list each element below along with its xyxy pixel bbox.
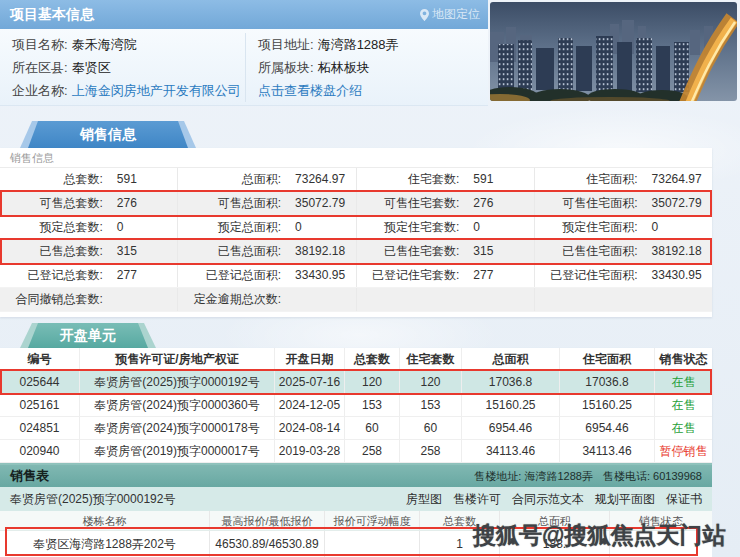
sales-info-cell: 总套数:591: [0, 168, 178, 191]
cell: 024851: [0, 417, 80, 439]
cell: [325, 531, 420, 557]
cell: 025644: [0, 371, 80, 393]
opening-unit-row[interactable]: 025161奉贤房管(2024)预字0000360号2024-12-051531…: [0, 394, 712, 417]
sales-info-cell: 可售住宅套数:276: [357, 192, 535, 215]
field-label: 可售住宅面积:: [535, 192, 638, 215]
cell: 6954.46: [462, 417, 560, 439]
project-info-left-column: 项目名称:泰禾海湾院 所在区县:奉贤区 企业名称:上海金闵房地产开发有限公司: [0, 33, 244, 102]
field-value: 277: [103, 264, 177, 287]
sales-table-links: 房型图售楼许可合同示范文本规划平面图保证书: [406, 487, 702, 511]
sales-info-panel: 销售信息 总套数:591总面积:73264.97住宅套数:591住宅面积:732…: [0, 148, 712, 317]
intro-link[interactable]: 点击查看楼盘介绍: [258, 83, 362, 98]
cell: 2024-08-14: [275, 417, 345, 439]
field-label: 预定总套数:: [0, 216, 103, 239]
opening-units-header: 编号预售许可证/房地产权证开盘日期总套数住宅套数总面积住宅面积销售状态: [0, 348, 712, 371]
field-value: 315: [103, 240, 177, 263]
doc-link[interactable]: 合同示范文本: [512, 487, 584, 511]
cell: 025161: [0, 394, 80, 416]
permit-number: 奉贤房管(2025)预字0000192号: [10, 487, 175, 511]
project-block-label: 所属板块:: [258, 60, 314, 75]
field-label: 已登记住宅面积:: [535, 264, 638, 287]
cell: 奉贤房管(2025)预字0000192号: [80, 371, 275, 393]
field-value: 0: [459, 216, 533, 239]
sales-info-cell: [357, 288, 535, 311]
opening-unit-row[interactable]: 025644奉贤房管(2025)预字0000192号2025-07-161201…: [0, 371, 712, 394]
column-header: 住宅面积: [560, 348, 655, 370]
column-header: 最高报价/最低报价: [210, 511, 325, 530]
field-label: 已登记总面积:: [178, 264, 281, 287]
sales-table-header-bar: 销售表 售楼地址: 海湾路1288弄 售楼电话: 60139968: [0, 463, 712, 487]
field-value: 35072.79: [281, 192, 355, 215]
sales-info-row: 可售总套数:276可售总面积:35072.79可售住宅套数:276可售住宅面积:…: [0, 192, 712, 216]
field-label: 已售总面积:: [178, 240, 281, 263]
field-label: 已售总套数:: [0, 240, 103, 263]
sales-info-cell: 预定总面积:0: [178, 216, 356, 239]
project-name-value: 泰禾海湾院: [72, 37, 137, 52]
project-name-row: 项目名称:泰禾海湾院: [0, 33, 244, 56]
field-label: 可售总面积:: [178, 192, 281, 215]
cell: 34113.46: [560, 440, 655, 462]
field-value: 73264.97: [281, 168, 355, 191]
column-header: 销售状态: [655, 348, 712, 370]
sales-info-cell: 合同撤销总套数:: [0, 288, 178, 311]
field-value: 35072.79: [638, 192, 712, 215]
cell: 6954.46: [560, 417, 655, 439]
project-block-value: 柘林板块: [318, 60, 370, 75]
field-value: 277: [459, 264, 533, 287]
sales-info-row: 已登记总套数:277已登记总面积:33430.95已登记住宅套数:277已登记住…: [0, 264, 712, 288]
sales-info-cell: 可售住宅面积:35072.79: [535, 192, 712, 215]
doc-link[interactable]: 售楼许可: [453, 487, 501, 511]
cell: 15160.25: [560, 394, 655, 416]
field-label: 可售住宅套数:: [357, 192, 460, 215]
company-link[interactable]: 上海金闵房地产开发有限公司: [72, 83, 241, 98]
opening-unit-row[interactable]: 020940奉贤房管(2019)预字0000017号2019-03-282582…: [0, 440, 712, 463]
field-value: 276: [459, 192, 533, 215]
doc-link[interactable]: 规划平面图: [595, 487, 655, 511]
cell: 153: [345, 394, 400, 416]
column-header: 总套数: [345, 348, 400, 370]
field-label: 定金逾期总次数:: [178, 288, 281, 311]
page-title: 项目基本信息: [10, 0, 94, 29]
sales-table-permit-row: 奉贤房管(2025)预字0000192号 房型图售楼许可合同示范文本规划平面图保…: [0, 487, 712, 511]
opening-unit-row[interactable]: 024851奉贤房管(2024)预字0000178号2024-08-146060…: [0, 417, 712, 440]
sales-info-cell: 预定住宅面积:0: [535, 216, 712, 239]
field-label: [535, 288, 638, 311]
sales-info-row: 已售总套数:315已售总面积:38192.18已售住宅套数:315已售住宅面积:…: [0, 240, 712, 264]
tab-opening-units: 开盘单元: [28, 323, 148, 348]
sales-info-subheader: 销售信息: [0, 148, 712, 168]
sales-info-row: 预定总套数:0预定总面积:0预定住宅套数:0预定住宅面积:0: [0, 216, 712, 240]
opening-units-rows: 025644奉贤房管(2025)预字0000192号2025-07-161201…: [0, 371, 712, 463]
map-locate-link[interactable]: 地图定位: [420, 0, 480, 29]
project-block-row: 所属板块:柘林板块: [246, 56, 487, 79]
field-value: 315: [459, 240, 533, 263]
project-header-bar: 项目基本信息 地图定位: [0, 0, 488, 29]
cell: 34113.46: [462, 440, 560, 462]
sales-info-cell: 预定住宅套数:0: [357, 216, 535, 239]
sales-info-row: 总套数:591总面积:73264.97住宅套数:591住宅面积:73264.97: [0, 168, 712, 192]
sales-info-cell: 可售总套数:276: [0, 192, 178, 215]
cell: 奉贤区海湾路1288弄202号: [0, 531, 210, 557]
sales-info-cell: 住宅面积:73264.97: [535, 168, 712, 191]
field-value: 33430.95: [638, 264, 712, 287]
doc-link[interactable]: 房型图: [406, 487, 442, 511]
field-value: 276: [103, 192, 177, 215]
project-district-label: 所在区县:: [12, 60, 68, 75]
doc-link[interactable]: 保证书: [666, 487, 702, 511]
project-address-row: 项目地址:海湾路1288弄: [246, 33, 487, 56]
watermark: 搜狐号@搜狐焦点天门站: [473, 520, 725, 551]
field-value: 38192.18: [281, 240, 355, 263]
sales-office-info: 售楼地址: 海湾路1288弄 售楼电话: 60139968: [474, 469, 702, 484]
sale-status: 在售: [655, 371, 712, 393]
cell: 17036.8: [462, 371, 560, 393]
sales-info-cell: 已售总面积:38192.18: [178, 240, 356, 263]
field-label: 预定总面积:: [178, 216, 281, 239]
cell: 120: [400, 371, 462, 393]
field-label: 可售总套数:: [0, 192, 103, 215]
cell: 2025-07-16: [275, 371, 345, 393]
project-company-row: 企业名称:上海金闵房地产开发有限公司: [0, 79, 244, 102]
sales-info-row: 合同撤销总套数:定金逾期总次数:: [0, 288, 712, 312]
column-header: 编号: [0, 348, 80, 370]
field-value: [638, 288, 712, 311]
field-value: [281, 288, 355, 311]
cell: 020940: [0, 440, 80, 462]
